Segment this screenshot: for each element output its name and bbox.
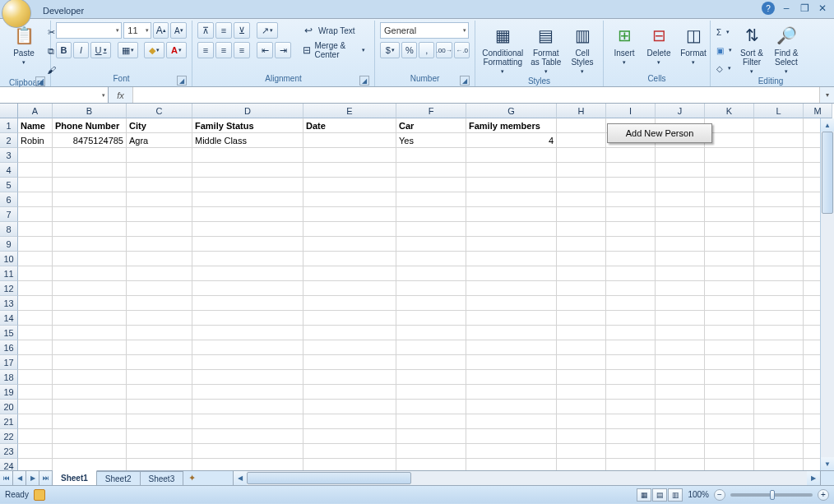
- underline-button[interactable]: U▾: [90, 42, 111, 58]
- cell-F18[interactable]: [396, 370, 466, 385]
- cell-E23[interactable]: [303, 444, 396, 459]
- cell-F17[interactable]: [396, 355, 466, 370]
- cell-I23[interactable]: [606, 444, 656, 459]
- macro-record-icon[interactable]: [34, 489, 45, 501]
- cell-J4[interactable]: [656, 163, 705, 178]
- column-header-C[interactable]: C: [127, 104, 192, 118]
- align-center-button[interactable]: ≡: [215, 42, 232, 58]
- align-left-button[interactable]: ≡: [197, 42, 214, 58]
- cell-F20[interactable]: [396, 400, 466, 414]
- currency-button[interactable]: $▾: [380, 42, 400, 58]
- cell-C15[interactable]: [127, 326, 192, 340]
- cell-C8[interactable]: [127, 222, 192, 237]
- wrap-text-button[interactable]: ↩Wrap Text: [298, 22, 369, 39]
- autosum-button[interactable]: Σ▾: [716, 24, 733, 40]
- cell-E9[interactable]: [303, 237, 396, 252]
- cell-B1[interactable]: Phone Number: [53, 118, 127, 133]
- cell-E7[interactable]: [303, 207, 396, 222]
- column-header-A[interactable]: A: [18, 104, 53, 118]
- cell-E1[interactable]: Date: [303, 118, 396, 133]
- row-header-13[interactable]: 13: [0, 296, 18, 311]
- cell-B12[interactable]: [53, 281, 127, 296]
- cell-D10[interactable]: [192, 252, 303, 266]
- cell-J15[interactable]: [656, 326, 705, 340]
- cell-H4[interactable]: [557, 163, 606, 178]
- cell-H8[interactable]: [557, 222, 606, 237]
- cell-G4[interactable]: [466, 163, 557, 178]
- cell-D21[interactable]: [192, 414, 303, 429]
- cell-B2[interactable]: 8475124785: [53, 133, 127, 148]
- cell-C2[interactable]: Agra: [127, 133, 192, 148]
- cell-H2[interactable]: [557, 133, 606, 148]
- cell-K8[interactable]: [705, 222, 754, 237]
- cell-F11[interactable]: [396, 266, 466, 281]
- font-color-button[interactable]: A▾: [166, 42, 187, 58]
- cell-C20[interactable]: [127, 400, 192, 414]
- cell-K17[interactable]: [705, 355, 754, 370]
- cell-C23[interactable]: [127, 444, 192, 459]
- cell-J22[interactable]: [656, 429, 705, 444]
- align-right-button[interactable]: ≡: [234, 42, 250, 58]
- cell-J17[interactable]: [656, 355, 705, 370]
- cell-K1[interactable]: [705, 118, 754, 133]
- cell-B13[interactable]: [53, 296, 127, 311]
- border-button[interactable]: ▦▾: [118, 42, 138, 58]
- cell-H9[interactable]: [557, 237, 606, 252]
- cell-K13[interactable]: [705, 296, 754, 311]
- vertical-scrollbar[interactable]: ▲ ▼: [820, 118, 834, 470]
- cell-E12[interactable]: [303, 281, 396, 296]
- cell-F15[interactable]: [396, 326, 466, 340]
- column-header-G[interactable]: G: [466, 104, 557, 118]
- restore-button[interactable]: ❐: [798, 2, 811, 15]
- scroll-left-button[interactable]: ◀: [234, 471, 247, 485]
- cell-K2[interactable]: [705, 133, 754, 148]
- cell-K22[interactable]: [705, 429, 754, 444]
- vertical-scroll-thumb[interactable]: [822, 132, 833, 214]
- cell-E22[interactable]: [303, 429, 396, 444]
- cell-A8[interactable]: [18, 222, 53, 237]
- cell-D5[interactable]: [192, 178, 303, 192]
- cell-E2[interactable]: [303, 133, 396, 148]
- sheet-tab-sheet3[interactable]: Sheet3: [141, 471, 184, 485]
- cell-K15[interactable]: [705, 326, 754, 340]
- cell-B17[interactable]: [53, 355, 127, 370]
- cell-K20[interactable]: [705, 400, 754, 414]
- cell-B3[interactable]: [53, 148, 127, 163]
- page-break-view-button[interactable]: ▥: [668, 488, 683, 502]
- cell-F7[interactable]: [396, 207, 466, 222]
- cell-L21[interactable]: [754, 414, 804, 429]
- cell-L13[interactable]: [754, 296, 804, 311]
- cell-K10[interactable]: [705, 252, 754, 266]
- row-header-16[interactable]: 16: [0, 340, 18, 355]
- cell-C6[interactable]: [127, 192, 192, 207]
- cell-F5[interactable]: [396, 178, 466, 192]
- cell-B6[interactable]: [53, 192, 127, 207]
- cell-B22[interactable]: [53, 429, 127, 444]
- column-header-H[interactable]: H: [557, 104, 606, 118]
- cell-G21[interactable]: [466, 414, 557, 429]
- cell-F3[interactable]: [396, 148, 466, 163]
- insert-cells-button[interactable]: ⊞Insert▾: [609, 22, 640, 74]
- cell-I5[interactable]: [606, 178, 656, 192]
- cell-J8[interactable]: [656, 222, 705, 237]
- cell-F1[interactable]: Car: [396, 118, 466, 133]
- cell-I7[interactable]: [606, 207, 656, 222]
- cell-E18[interactable]: [303, 370, 396, 385]
- cell-E13[interactable]: [303, 296, 396, 311]
- cell-K21[interactable]: [705, 414, 754, 429]
- cell-I17[interactable]: [606, 355, 656, 370]
- cell-G2[interactable]: 4: [466, 133, 557, 148]
- cell-B15[interactable]: [53, 326, 127, 340]
- cell-H17[interactable]: [557, 355, 606, 370]
- cell-G12[interactable]: [466, 281, 557, 296]
- cell-I19[interactable]: [606, 385, 656, 400]
- cell-B9[interactable]: [53, 237, 127, 252]
- cell-I16[interactable]: [606, 340, 656, 355]
- cell-A7[interactable]: [18, 207, 53, 222]
- cell-E19[interactable]: [303, 385, 396, 400]
- cell-F6[interactable]: [396, 192, 466, 207]
- increase-indent-button[interactable]: ⇥: [275, 42, 291, 58]
- cell-B14[interactable]: [53, 311, 127, 326]
- column-header-M[interactable]: M: [804, 104, 832, 118]
- new-sheet-button[interactable]: ✦: [183, 471, 200, 485]
